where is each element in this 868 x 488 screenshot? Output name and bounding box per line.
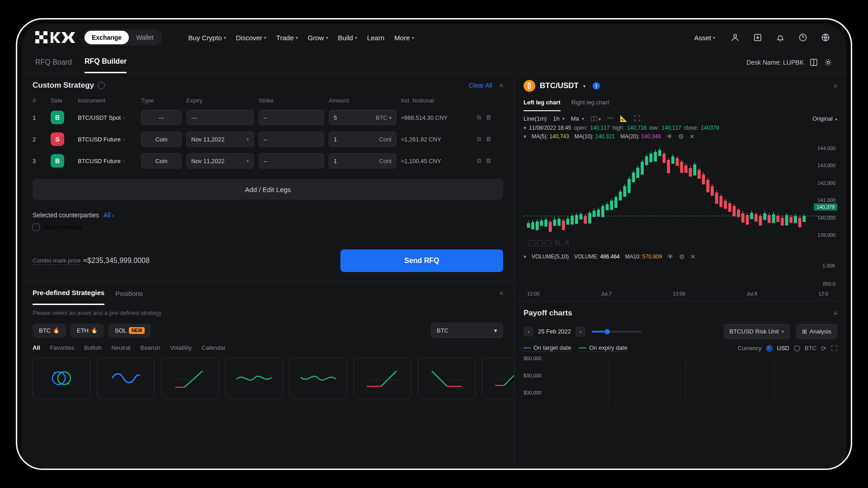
help-icon[interactable] bbox=[796, 30, 810, 45]
copy-icon[interactable]: ⧉ bbox=[477, 157, 481, 164]
cat-all[interactable]: All bbox=[33, 344, 40, 351]
side-badge[interactable]: B bbox=[51, 111, 64, 124]
analysis-button[interactable]: ⊞Analysis bbox=[796, 324, 837, 339]
payoff-chart[interactable]: $60,000$30,000$30,000 bbox=[524, 356, 837, 405]
tab-left-leg[interactable]: Left leg chart bbox=[524, 94, 561, 111]
asset-sol[interactable]: SOLNEW bbox=[108, 324, 151, 338]
copy-icon[interactable]: ⧉ bbox=[477, 136, 481, 143]
menu-icon[interactable]: ≡ bbox=[500, 290, 503, 297]
add-edit-legs-button[interactable]: Add / Edit Legs bbox=[33, 179, 503, 200]
asset-btc[interactable]: BTC🔥 bbox=[33, 324, 66, 338]
nav-more[interactable]: More▾ bbox=[394, 34, 414, 42]
date-prev[interactable]: ‹ bbox=[524, 327, 533, 337]
ruler-icon[interactable]: 📐 bbox=[620, 115, 627, 122]
side-badge[interactable]: S bbox=[51, 132, 64, 146]
amount-input[interactable]: 5BTC▾ bbox=[329, 110, 396, 125]
asset-dropdown[interactable]: BTC▾ bbox=[431, 323, 503, 338]
radio-btc[interactable] bbox=[794, 345, 800, 352]
gear-icon[interactable]: ⚙ bbox=[679, 253, 685, 260]
delete-icon[interactable]: 🗑 bbox=[486, 157, 491, 164]
strategy-card[interactable] bbox=[33, 357, 90, 399]
menu-icon[interactable]: ≡ bbox=[500, 82, 503, 89]
nav-build[interactable]: Build▾ bbox=[338, 34, 357, 42]
globe-icon[interactable] bbox=[818, 30, 833, 45]
asset-eth[interactable]: ETH🔥 bbox=[71, 324, 104, 338]
info-badge[interactable]: i bbox=[593, 82, 600, 89]
pair-name[interactable]: BTC/USDT bbox=[540, 81, 579, 90]
tab-positions[interactable]: Positions bbox=[115, 282, 143, 305]
close-icon[interactable]: ✕ bbox=[690, 253, 696, 260]
send-rfq-button[interactable]: Send RFQ bbox=[340, 249, 503, 272]
wallet-tab[interactable]: Wallet bbox=[129, 31, 160, 44]
type-input[interactable]: Coin bbox=[141, 153, 182, 169]
cat-bullish[interactable]: Bullish bbox=[84, 344, 101, 351]
download-icon[interactable] bbox=[750, 30, 765, 45]
tab-predefined[interactable]: Pre-defined Strategies bbox=[33, 282, 104, 305]
candle-style-icon[interactable]: ⌷⌷▾ bbox=[590, 115, 601, 122]
bell-icon[interactable] bbox=[773, 30, 788, 45]
instrument-select[interactable]: BTCUSD Future› bbox=[78, 136, 137, 143]
layout-icon[interactable] bbox=[809, 58, 818, 67]
menu-icon[interactable]: ≡ bbox=[834, 310, 837, 317]
cat-calendar[interactable]: Calendar bbox=[202, 344, 226, 351]
date-slider[interactable] bbox=[592, 331, 642, 333]
copy-icon[interactable]: ⧉ bbox=[477, 114, 481, 121]
menu-icon[interactable]: ≡ bbox=[834, 82, 837, 89]
nav-grow[interactable]: Grow▾ bbox=[308, 34, 328, 42]
strategy-card[interactable] bbox=[418, 357, 476, 399]
timeframe-1h[interactable]: 1h▾ bbox=[553, 115, 564, 122]
radio-usd[interactable] bbox=[766, 345, 773, 352]
amount-input[interactable]: 1Cont bbox=[329, 153, 396, 169]
user-icon[interactable] bbox=[728, 30, 742, 45]
cat-neutral[interactable]: Neutral bbox=[111, 344, 130, 351]
expiry-input[interactable]: Nov 11,2022▾ bbox=[186, 131, 254, 147]
close-icon[interactable]: ✕ bbox=[689, 133, 695, 140]
counterparties-all-link[interactable]: All › bbox=[104, 211, 114, 219]
strategy-card[interactable] bbox=[161, 357, 219, 399]
info-icon[interactable] bbox=[98, 82, 105, 89]
refresh-icon[interactable]: ⟳ bbox=[821, 345, 826, 352]
expand-icon[interactable]: ⛶ bbox=[831, 345, 837, 352]
nav-learn[interactable]: Learn bbox=[367, 34, 384, 42]
nav-buy-crypto[interactable]: Buy Crypto▾ bbox=[189, 34, 226, 42]
gear-icon[interactable]: ⚙ bbox=[678, 133, 684, 140]
expiry-input[interactable]: --- bbox=[186, 110, 254, 125]
fullscreen-icon[interactable]: ⛶ bbox=[634, 115, 640, 122]
asset-dropdown[interactable]: Asset▾ bbox=[694, 34, 715, 42]
tab-rfq-board[interactable]: RFQ Board bbox=[35, 52, 72, 73]
clear-all-button[interactable]: Clear All bbox=[469, 82, 492, 89]
strike-input[interactable]: -- bbox=[259, 153, 324, 169]
expiry-input[interactable]: Nov 11,2022▾ bbox=[186, 153, 254, 169]
strategy-card[interactable] bbox=[97, 357, 155, 399]
tab-right-leg[interactable]: Right leg chart bbox=[571, 94, 609, 111]
timeframe-line[interactable]: Line(1m) bbox=[524, 115, 547, 122]
strike-input[interactable]: -- bbox=[259, 110, 324, 125]
cat-favorites[interactable]: Favorites bbox=[50, 344, 74, 351]
delete-icon[interactable]: 🗑 bbox=[486, 114, 491, 121]
nav-discover[interactable]: Discover▾ bbox=[236, 34, 266, 42]
eye-icon[interactable]: 👁 bbox=[666, 133, 673, 140]
strategy-card[interactable] bbox=[289, 357, 347, 399]
strike-input[interactable]: -- bbox=[259, 131, 324, 147]
cat-volatility[interactable]: Volatility bbox=[170, 344, 192, 351]
strategy-card[interactable] bbox=[482, 357, 514, 399]
risk-unit-select[interactable]: BTCUSD Risk Unit▾ bbox=[724, 324, 790, 339]
nav-trade[interactable]: Trade▾ bbox=[276, 34, 298, 42]
amount-input[interactable]: 1Cont bbox=[329, 131, 396, 147]
original-toggle[interactable]: Original▴ bbox=[812, 115, 837, 122]
type-input[interactable]: Coin bbox=[141, 131, 182, 147]
eye-icon[interactable]: 👁 bbox=[667, 253, 674, 260]
volume-chart[interactable]: 1.00K800.0 bbox=[524, 262, 837, 289]
draw-icon[interactable]: 〰 bbox=[607, 115, 613, 122]
strategy-card[interactable] bbox=[354, 357, 411, 399]
indicator-ma[interactable]: Ma▾ bbox=[571, 115, 584, 122]
cat-bearish[interactable]: Bearish bbox=[140, 344, 160, 351]
tab-rfq-builder[interactable]: RFQ Builder bbox=[85, 51, 127, 73]
delete-icon[interactable]: 🗑 bbox=[486, 136, 491, 143]
strategy-card[interactable] bbox=[225, 357, 283, 399]
side-badge[interactable]: B bbox=[51, 154, 64, 168]
type-input[interactable]: --- bbox=[141, 110, 182, 125]
instrument-select[interactable]: BTC/USDT Spot› bbox=[78, 114, 137, 121]
anonymous-checkbox[interactable] bbox=[33, 224, 40, 231]
instrument-select[interactable]: BTCUSD Future› bbox=[78, 158, 137, 164]
